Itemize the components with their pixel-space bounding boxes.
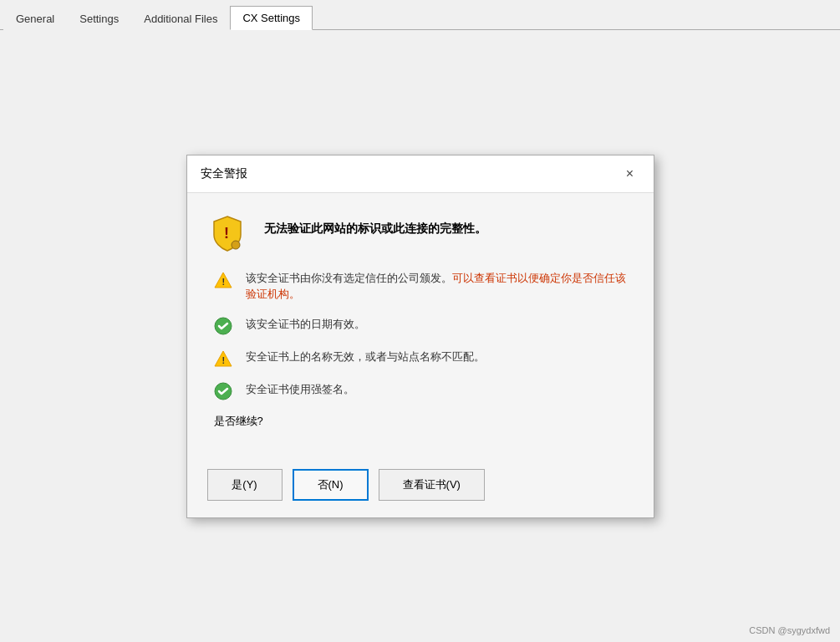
detail-text-1: 该安全证书由你没有选定信任的公司颁发。可以查看证书以便确定你是否信任该验证机构。: [246, 270, 634, 303]
tab-bar: General Settings Additional Files CX Set…: [0, 0, 840, 30]
detail-item-2: 该安全证书的日期有效。: [207, 316, 634, 335]
dialog-overlay: 安全警报 × ! 无法验证此网站的标: [0, 30, 840, 642]
svg-text:!: !: [224, 225, 229, 242]
dialog-titlebar: 安全警报 ×: [187, 155, 654, 193]
detail-text-4: 安全证书使用强签名。: [246, 381, 354, 398]
check-icon-2: [214, 382, 232, 400]
tab-additional-files[interactable]: Additional Files: [131, 7, 230, 30]
tab-cx-settings[interactable]: CX Settings: [230, 6, 313, 30]
main-message-row: ! 无法验证此网站的标识或此连接的完整性。: [207, 213, 634, 253]
svg-text:!: !: [221, 355, 225, 365]
svg-text:!: !: [221, 277, 225, 287]
dialog-close-button[interactable]: ×: [620, 164, 640, 184]
detail-item-4: 安全证书使用强签名。: [207, 381, 634, 400]
detail-item-3: ! 安全证书上的名称无效，或者与站点名称不匹配。: [207, 349, 634, 368]
tab-general[interactable]: General: [3, 7, 67, 30]
watermark: CSDN @sygydxfwd: [749, 625, 830, 635]
tab-settings[interactable]: Settings: [67, 7, 131, 30]
dialog-body: ! 无法验证此网站的标识或此连接的完整性。 ! 该安全证书由你没有: [187, 193, 654, 459]
check-icon-1: [214, 317, 232, 335]
warning-icon-2: !: [214, 349, 232, 368]
main-message-text: 无法验证此网站的标识或此连接的完整性。: [264, 213, 486, 237]
security-dialog: 安全警报 × ! 无法验证此网站的标: [186, 155, 654, 518]
button-row: 是(Y) 否(N) 查看证书(V): [187, 459, 654, 517]
detail-text-2: 该安全证书的日期有效。: [246, 316, 365, 333]
question-text: 是否继续?: [214, 414, 634, 429]
main-content: 安全警报 × ! 无法验证此网站的标: [0, 30, 840, 642]
detail-item-1: ! 该安全证书由你没有选定信任的公司颁发。可以查看证书以便确定你是否信任该验证机…: [207, 270, 634, 303]
warning-icon-1: !: [214, 271, 232, 289]
shield-warning-icon: !: [207, 213, 247, 253]
view-cert-button[interactable]: 查看证书(V): [379, 469, 485, 501]
yes-button[interactable]: 是(Y): [207, 469, 283, 501]
dialog-title: 安全警报: [201, 166, 247, 181]
no-button[interactable]: 否(N): [293, 469, 369, 501]
detail-text-3: 安全证书上的名称无效，或者与站点名称不匹配。: [246, 349, 485, 365]
